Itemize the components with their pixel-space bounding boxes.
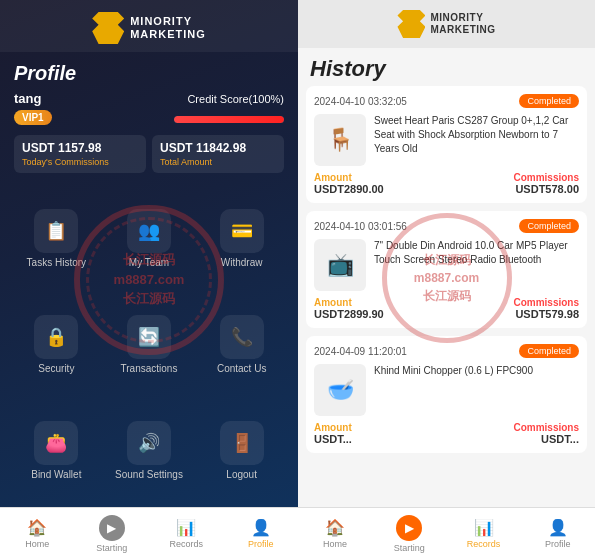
stat2-label: Total Amount	[160, 157, 276, 167]
left-header: MINORITY MARKETING	[0, 0, 298, 52]
left-bottom-nav: 🏠 Home ▶ Starting 📊 Records 👤 Profile	[0, 507, 298, 559]
history-title: History	[298, 48, 595, 86]
logo-text: MINORITY MARKETING	[130, 15, 206, 41]
amounts-row-1: Amount USDT2899.90 Commissions USDT579.9…	[314, 297, 579, 320]
right-nav-profile[interactable]: 👤 Profile	[521, 508, 595, 559]
right-nav-records[interactable]: 📊 Records	[447, 508, 521, 559]
commissions-value-1: USDT579.98	[448, 308, 580, 320]
menu-icon-withdraw: 💳	[220, 209, 264, 253]
menu-item-security[interactable]: 🔒 Security	[10, 291, 103, 397]
nav-label-profile: Profile	[248, 539, 274, 549]
menu-item-withdraw[interactable]: 💳 Withdraw	[195, 185, 288, 291]
stat-today-commissions: USDT 1157.98 Today's Commissions	[14, 135, 146, 173]
right-nav-starting[interactable]: ▶ Starting	[372, 508, 446, 559]
history-list: 2024-04-10 03:32:05 Completed 🪑 Sweet He…	[298, 86, 595, 507]
left-panel: MINORITY MARKETING Profile tang Credit S…	[0, 0, 298, 559]
credit-bar	[174, 116, 284, 123]
commissions-label-2: Commissions	[448, 422, 580, 433]
menu-label-transactions: Transactions	[121, 363, 178, 374]
menu-label-withdraw: Withdraw	[221, 257, 263, 268]
amount-block-2: Amount USDT...	[314, 422, 446, 445]
left-nav-home[interactable]: 🏠 Home	[0, 508, 75, 559]
amounts-row-0: Amount USDT2890.00 Commissions USDT578.0…	[314, 172, 579, 195]
menu-item-bind-wallet[interactable]: 👛 Bind Wallet	[10, 397, 103, 503]
menu-item-contact-us[interactable]: 📞 Contact Us	[195, 291, 288, 397]
right-panel: MINORITY MARKETING History 2024-04-10 03…	[298, 0, 595, 559]
menu-item-tasks-history[interactable]: 📋 Tasks History	[10, 185, 103, 291]
stat1-value: USDT 1157.98	[22, 141, 138, 155]
amounts-row-2: Amount USDT... Commissions USDT...	[314, 422, 579, 445]
amount-label-0: Amount	[314, 172, 446, 183]
stat1-label: Today's Commissions	[22, 157, 138, 167]
left-nav-profile[interactable]: 👤 Profile	[224, 508, 299, 559]
menu-label-my-team: My Team	[129, 257, 169, 268]
history-item-2: 2024-04-09 11:20:01 Completed 🥣 Khind Mi…	[306, 336, 587, 453]
commissions-block-1: Commissions USDT579.98	[448, 297, 580, 320]
product-info-2: Khind Mini Chopper (0.6 L) FPC900	[374, 364, 579, 416]
history-product-row-2: 🥣 Khind Mini Chopper (0.6 L) FPC900	[314, 364, 579, 416]
menu-icon-sound-settings: 🔊	[127, 421, 171, 465]
right-nav-home[interactable]: 🏠 Home	[298, 508, 372, 559]
amount-value-0: USDT2890.00	[314, 183, 446, 195]
product-info-1: 7" Double Din Android 10.0 Car MP5 Playe…	[374, 239, 579, 291]
profile-title: Profile	[14, 62, 284, 85]
menu-item-logout[interactable]: 🚪 Logout	[195, 397, 288, 503]
user-info-row: tang Credit Score(100%)	[14, 91, 284, 106]
menu-grid: 📋 Tasks History 👥 My Team 💳 Withdraw 🔒 S…	[0, 181, 298, 507]
commissions-value-0: USDT578.00	[448, 183, 580, 195]
nav-icon-home: 🏠	[27, 518, 47, 537]
history-product-row-1: 📺 7" Double Din Android 10.0 Car MP5 Pla…	[314, 239, 579, 291]
menu-label-bind-wallet: Bind Wallet	[31, 469, 81, 480]
nav-label-home: Home	[25, 539, 49, 549]
commissions-label-0: Commissions	[448, 172, 580, 183]
menu-label-tasks-history: Tasks History	[27, 257, 86, 268]
history-item-0: 2024-04-10 03:32:05 Completed 🪑 Sweet He…	[306, 86, 587, 203]
menu-icon-tasks-history: 📋	[34, 209, 78, 253]
menu-label-contact-us: Contact Us	[217, 363, 266, 374]
menu-icon-transactions: 🔄	[127, 315, 171, 359]
amount-value-2: USDT...	[314, 433, 446, 445]
history-date-row-2: 2024-04-09 11:20:01 Completed	[314, 344, 579, 358]
history-product-row-0: 🪑 Sweet Heart Paris CS287 Group 0+,1,2 C…	[314, 114, 579, 166]
menu-item-sound-settings[interactable]: 🔊 Sound Settings	[103, 397, 196, 503]
product-thumb-2: 🥣	[314, 364, 366, 416]
commissions-block-2: Commissions USDT...	[448, 422, 580, 445]
product-name-0: Sweet Heart Paris CS287 Group 0+,1,2 Car…	[374, 114, 579, 156]
nav-label-starting: Starting	[96, 543, 127, 553]
menu-item-transactions[interactable]: 🔄 Transactions	[103, 291, 196, 397]
product-name-1: 7" Double Din Android 10.0 Car MP5 Playe…	[374, 239, 579, 267]
product-thumb-1: 📺	[314, 239, 366, 291]
right-nav-label-records: Records	[467, 539, 501, 549]
product-info-0: Sweet Heart Paris CS287 Group 0+,1,2 Car…	[374, 114, 579, 166]
right-nav-label-starting: Starting	[394, 543, 425, 553]
left-nav-records[interactable]: 📊 Records	[149, 508, 224, 559]
commissions-block-0: Commissions USDT578.00	[448, 172, 580, 195]
amount-block-1: Amount USDT2899.90	[314, 297, 446, 320]
credit-score-label: Credit Score(100%)	[187, 93, 284, 105]
amount-block-0: Amount USDT2890.00	[314, 172, 446, 195]
menu-item-my-team[interactable]: 👥 My Team	[103, 185, 196, 291]
left-nav-starting[interactable]: ▶ Starting	[75, 508, 150, 559]
stat2-value: USDT 11842.98	[160, 141, 276, 155]
menu-icon-logout: 🚪	[220, 421, 264, 465]
menu-icon-my-team: 👥	[127, 209, 171, 253]
history-date-0: 2024-04-10 03:32:05	[314, 96, 407, 107]
right-logo-text: MINORITY MARKETING	[430, 12, 495, 36]
logo-icon	[92, 12, 124, 44]
username: tang	[14, 91, 41, 106]
nav-label-records: Records	[169, 539, 203, 549]
nav-icon-profile: 👤	[251, 518, 271, 537]
nav-icon-records: 📊	[176, 518, 196, 537]
status-badge-0: Completed	[519, 94, 579, 108]
nav-icon-starting: ▶	[99, 515, 125, 541]
status-badge-2: Completed	[519, 344, 579, 358]
history-date-2: 2024-04-09 11:20:01	[314, 346, 407, 357]
product-name-2: Khind Mini Chopper (0.6 L) FPC900	[374, 364, 579, 378]
amount-value-1: USDT2899.90	[314, 308, 446, 320]
menu-label-security: Security	[38, 363, 74, 374]
right-logo-icon	[397, 10, 425, 38]
right-nav-label-home: Home	[323, 539, 347, 549]
history-date-1: 2024-04-10 03:01:56	[314, 221, 407, 232]
commissions-label-1: Commissions	[448, 297, 580, 308]
right-panel-inner: History 2024-04-10 03:32:05 Completed 🪑 …	[298, 48, 595, 507]
